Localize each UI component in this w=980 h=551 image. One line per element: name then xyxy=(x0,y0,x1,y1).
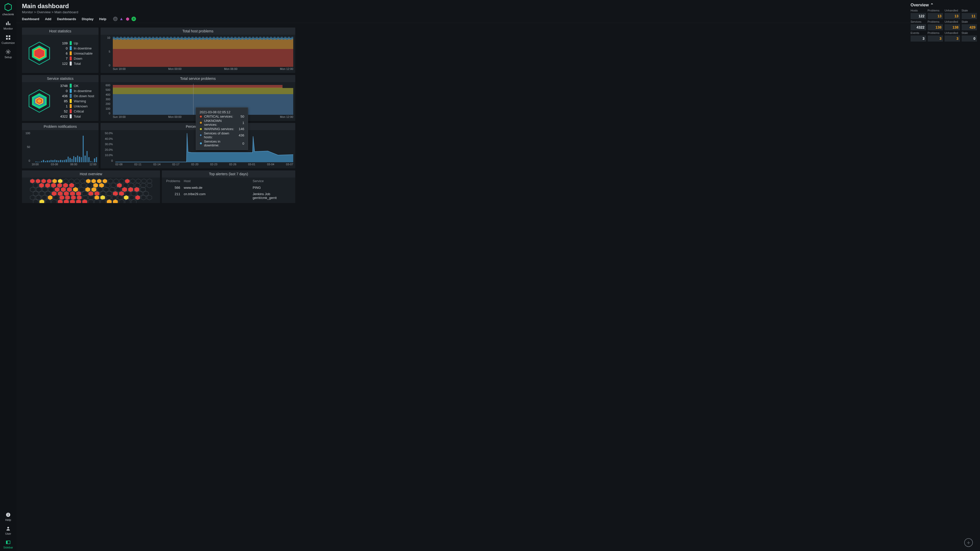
stat-row[interactable]: 0In downtime xyxy=(56,89,95,93)
stat-row[interactable]: 109Up xyxy=(56,41,95,45)
alert-row[interactable]: 566www.web.dePING xyxy=(162,184,295,191)
menu-add[interactable]: Add xyxy=(45,17,51,21)
host-hex[interactable] xyxy=(82,199,88,203)
breadcrumb[interactable]: Monitor > Overview > Main dashboard xyxy=(22,10,371,14)
svg-rect-3 xyxy=(10,24,11,25)
tile-service-stats: Service statistics 3748OK0In downtime436… xyxy=(22,75,99,121)
host-hex[interactable] xyxy=(57,199,63,203)
tile-total-host-problems: Total host problems 1050 Sun 18:00Mon 00… xyxy=(100,27,295,73)
tile-title: Service statistics xyxy=(22,75,99,82)
y-axis: 50.0%40.0%30.0%20.0%10.0%0 xyxy=(100,132,115,162)
host-hex[interactable] xyxy=(45,199,51,203)
hex-swarm[interactable] xyxy=(22,178,160,202)
brand-name: checkmk xyxy=(2,13,14,16)
bar-series xyxy=(32,132,97,162)
host-hex[interactable] xyxy=(33,199,39,203)
globe-icon[interactable]: ◍ xyxy=(113,17,118,21)
tile-title: Host overview xyxy=(22,170,160,178)
tile-host-stats: Host statistics 109Up0In downtime6Unreac… xyxy=(22,27,99,73)
tooltip-timestamp: 2021-03-08 02:05:12 xyxy=(200,110,244,114)
svg-rect-7 xyxy=(9,38,10,40)
host-hex[interactable] xyxy=(141,195,146,200)
round-status-icon[interactable]: ≡ xyxy=(131,17,136,21)
chart-area[interactable]: 1050 Sun 18:00Mon 00:00Mon 06:00Mon 12:0… xyxy=(100,35,295,72)
gear-icon xyxy=(5,49,11,55)
page-title: Main dashboard xyxy=(22,3,371,10)
svg-marker-135 xyxy=(88,199,94,203)
stat-row[interactable]: 4322Total xyxy=(56,114,95,118)
svg-marker-137 xyxy=(100,199,106,203)
stat-row[interactable]: 7Down xyxy=(56,56,95,60)
svg-marker-142 xyxy=(131,199,136,203)
svg-rect-4 xyxy=(6,35,8,37)
stat-row[interactable]: 52Critical xyxy=(56,109,95,113)
nav-setup[interactable]: Setup xyxy=(0,49,16,59)
nav-customize[interactable]: Customize xyxy=(0,35,16,44)
main-area: Main dashboard Monitor > Overview > Main… xyxy=(16,0,371,209)
host-hex[interactable] xyxy=(106,199,112,203)
host-hex[interactable] xyxy=(76,199,82,203)
tile-title: Total service problems xyxy=(100,75,295,82)
chart-area[interactable]: 100500 18:0003-0806:0012:00 xyxy=(22,130,99,167)
host-hex[interactable] xyxy=(39,199,45,203)
plot xyxy=(113,36,293,67)
titlebar: Main dashboard Monitor > Overview > Main… xyxy=(16,0,371,14)
alert-row[interactable]: 251CMKTestingOMD prod performance xyxy=(162,201,295,203)
menu-dashboard[interactable]: Dashboard xyxy=(22,17,39,21)
bar-chart-icon xyxy=(5,21,11,26)
svg-marker-128 xyxy=(45,199,51,203)
svg-marker-138 xyxy=(107,199,112,203)
host-hex[interactable] xyxy=(51,199,57,203)
y-axis: 6005004003002001000 xyxy=(100,84,112,115)
stat-row[interactable]: 6Unreachable xyxy=(56,51,95,56)
host-hex[interactable] xyxy=(94,199,100,203)
host-hex[interactable] xyxy=(146,183,152,188)
svg-rect-1 xyxy=(6,23,7,25)
host-hex[interactable] xyxy=(100,199,106,203)
service-stats-hex-icon xyxy=(22,89,56,113)
alert-row[interactable]: 211cn.tribe29.comJenkins Job gerrit/cmk_… xyxy=(162,191,295,201)
alert-table-body: 566www.web.dePING211cn.tribe29.comJenkin… xyxy=(162,184,295,203)
x-axis: 02-0802-1102-1402-1702-2002-2302-2603-01… xyxy=(115,163,293,167)
stat-row[interactable]: 436On down host xyxy=(56,94,95,98)
stat-row[interactable]: 122Total xyxy=(56,62,95,65)
menu-display[interactable]: Display xyxy=(82,17,94,21)
menubar: Dashboard Add Dashboards Display Help ◍ … xyxy=(16,14,371,23)
tile-title: Host statistics xyxy=(22,27,99,35)
svg-rect-2 xyxy=(8,21,9,25)
stat-row[interactable]: 85Warning xyxy=(56,99,95,103)
stat-row[interactable]: 0In downtime xyxy=(56,46,95,50)
host-hex[interactable] xyxy=(124,199,130,203)
tile-title: Problem notifications xyxy=(22,123,99,130)
svg-marker-124 xyxy=(141,195,146,200)
svg-marker-130 xyxy=(58,199,63,203)
service-stats-list: 3748OK0In downtime436On down host85Warni… xyxy=(56,84,99,118)
menu-help[interactable]: Help xyxy=(99,17,107,21)
svg-marker-136 xyxy=(94,199,100,203)
menu-dashboards[interactable]: Dashboards xyxy=(57,17,76,21)
alert-table-head: Problems Host Service xyxy=(162,178,295,184)
host-hex[interactable] xyxy=(118,199,124,203)
chart-tooltip: 2021-03-08 02:05:12 CRITICAL services:50… xyxy=(196,107,248,150)
stat-row[interactable]: 1Unknown xyxy=(56,104,95,108)
host-hex[interactable] xyxy=(146,195,152,200)
tile-host-overview: Host overview xyxy=(22,170,160,203)
host-hex[interactable] xyxy=(130,199,137,203)
host-stats-list: 109Up0In downtime6Unreachable7Down122Tot… xyxy=(56,41,99,65)
svg-rect-6 xyxy=(6,38,8,40)
svg-marker-141 xyxy=(125,199,130,203)
host-hex[interactable] xyxy=(69,199,76,203)
host-stats-hex-icon xyxy=(22,41,56,65)
host-hex[interactable] xyxy=(63,199,69,203)
host-hex[interactable] xyxy=(112,199,118,203)
svg-marker-127 xyxy=(39,199,45,203)
tile-title: Top alerters (last 7 days) xyxy=(162,170,295,178)
stat-row[interactable]: 3748OK xyxy=(56,84,95,88)
nav-monitor[interactable]: Monitor xyxy=(0,21,16,30)
alert-triangle-icon[interactable]: ▲ xyxy=(119,17,124,21)
y-axis: 100500 xyxy=(22,132,32,162)
grid-icon xyxy=(5,35,11,40)
host-hex[interactable] xyxy=(88,199,94,203)
hex-status-icon[interactable]: ⬢ xyxy=(125,17,130,21)
x-axis: Sun 18:00Mon 00:00Mon 06:00Mon 12:00 xyxy=(113,67,293,71)
